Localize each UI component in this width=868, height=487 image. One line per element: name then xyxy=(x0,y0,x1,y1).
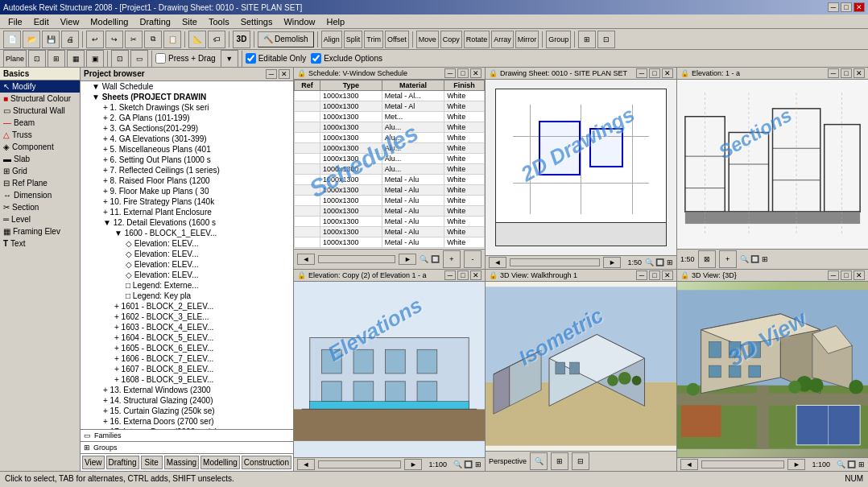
drawing-view-content[interactable]: 2D Drawings xyxy=(486,80,676,255)
pb-tree-item[interactable]: □ Legend: Externe... xyxy=(81,280,293,291)
drawing-close-btn[interactable]: ✕ xyxy=(662,68,673,78)
rotate-button[interactable]: Rotate xyxy=(464,31,490,48)
elev-copy-scrollbar[interactable] xyxy=(318,460,401,468)
menu-modelling[interactable]: Modelling xyxy=(85,16,133,27)
menu-tools[interactable]: Tools xyxy=(204,16,234,27)
pb-tree-item[interactable]: + 2. GA Plans (101-199) xyxy=(81,113,293,123)
schedule-scroll-right[interactable]: ► xyxy=(399,254,416,265)
elev-a-zoom-fit[interactable]: ⊠ xyxy=(698,250,716,268)
plane-icon-btn[interactable]: ⊡ xyxy=(28,50,46,68)
elev-a-close-btn[interactable]: ✕ xyxy=(854,68,865,78)
demolish-button[interactable]: 🔨 Demolish xyxy=(258,31,314,47)
drawing-restore-btn[interactable]: □ xyxy=(649,68,660,78)
pb-tree-item[interactable]: + 11. External Plant Enclosure xyxy=(81,207,293,217)
3d-scroll-left[interactable]: ◄ xyxy=(680,459,698,470)
print-button[interactable]: 🖨 xyxy=(61,31,79,48)
maximize-button[interactable]: □ xyxy=(841,2,852,12)
menu-settings[interactable]: Settings xyxy=(236,16,278,27)
schedule-scroll-left[interactable]: ◄ xyxy=(297,254,315,265)
project-browser-content[interactable]: ▼ Wall Schedule ▼ Sheets (PROJECT DRAWIN… xyxy=(81,81,293,429)
elev-copy-restore-btn[interactable]: □ xyxy=(457,270,469,280)
pb-tree-item[interactable]: + 6. Setting Out Plans (1000 s xyxy=(81,155,293,165)
pb-close-btn[interactable]: ✕ xyxy=(279,69,290,79)
drawing-scroll-left[interactable]: ◄ xyxy=(489,257,506,268)
3d-view-content[interactable]: 3D View xyxy=(677,282,868,457)
more-tools-btn2[interactable]: ⊡ xyxy=(597,31,615,48)
walkthrough-nav-btn3[interactable]: ⊟ xyxy=(572,452,589,470)
sidebar-item-dimension[interactable]: ↔ Dimension xyxy=(0,189,80,201)
walkthrough-min-btn[interactable]: ─ xyxy=(636,270,647,280)
menu-file[interactable]: File xyxy=(3,16,27,27)
pb-tree-item[interactable]: + 9. Floor Make up Plans ( 30 xyxy=(81,186,293,196)
pb-tree-item[interactable]: □ Legend: Key pla xyxy=(81,291,293,301)
elev-copy-min-btn[interactable]: ─ xyxy=(444,270,456,280)
3d-scrollbar[interactable] xyxy=(701,460,784,468)
pb-tree-item[interactable]: ▼ 1600 - BLOCK_1_ELEV... xyxy=(81,228,293,238)
walkthrough-nav-btn2[interactable]: ⊞ xyxy=(551,452,568,470)
3d-restore-btn[interactable]: □ xyxy=(841,270,852,280)
pb-tree-item[interactable]: + 16. Externa Doors (2700 ser) xyxy=(81,416,293,427)
pb-tree-item[interactable]: + 14. Structural Glazing (2400) xyxy=(81,395,293,406)
elevation-a-view-content[interactable]: Sections xyxy=(677,80,868,249)
cut-button[interactable]: ✂ xyxy=(125,31,143,48)
pb-tree-item[interactable]: + 1606 - BLOCK_7_ELEV... xyxy=(81,353,293,364)
3d-view-button[interactable]: 3D xyxy=(233,31,250,48)
sidebar-item-truss[interactable]: △ Truss xyxy=(0,129,80,141)
schedule-view-content[interactable]: Ref Type Material Finish 1000x1300Metal … xyxy=(294,80,485,249)
save-button[interactable]: 💾 xyxy=(42,31,60,48)
open-button[interactable]: 📂 xyxy=(23,31,40,48)
plane-icon-btn2[interactable]: ⊞ xyxy=(48,50,65,68)
sidebar-item-component[interactable]: ◈ Component xyxy=(0,141,80,153)
sidebar-item-structural-wall[interactable]: ▭ Structural Wall xyxy=(0,105,80,117)
redo-button[interactable]: ↪ xyxy=(105,31,123,48)
sidebar-item-section[interactable]: ✂ Section xyxy=(0,201,80,213)
measure-button[interactable]: 📐 xyxy=(188,31,206,48)
elev-a-min-btn[interactable]: ─ xyxy=(828,68,839,78)
pb-tree-item[interactable]: + 1603 - BLOCK_4_ELEV... xyxy=(81,322,293,332)
pb-tree-item[interactable]: + 1604 - BLOCK_5_ELEV... xyxy=(81,332,293,343)
pb-tree-item[interactable]: ▼ 12. Detail Elevations (1600 s xyxy=(81,217,293,228)
plane-icon-btn3[interactable]: ▦ xyxy=(67,50,85,68)
schedule-zoom-in[interactable]: + xyxy=(443,250,461,268)
copy-tool-button[interactable]: ⧉ xyxy=(144,31,162,48)
sidebar-item-level[interactable]: ═ Level xyxy=(0,213,80,225)
pb-site-btn[interactable]: Site xyxy=(141,456,163,469)
split-button[interactable]: Split xyxy=(344,31,363,48)
menu-site[interactable]: Site xyxy=(177,16,202,27)
sidebar-item-framing-elev[interactable]: ▦ Framing Elev xyxy=(0,225,80,237)
pb-modelling-btn[interactable]: Modelling xyxy=(200,456,240,469)
align-button[interactable]: Align xyxy=(321,31,342,48)
view-range-btn[interactable]: ⊡ xyxy=(111,50,129,68)
more-tools-btn1[interactable]: ⊞ xyxy=(578,31,596,48)
pb-drafting-btn[interactable]: Drafting xyxy=(106,456,139,469)
pb-tree-item[interactable]: + 8. Raised Floor Plans (1200 xyxy=(81,175,293,186)
pb-tree-item[interactable]: ◇ Elevation: ELEV... xyxy=(81,249,293,259)
trim-button[interactable]: Trim xyxy=(364,31,383,48)
pb-tree-item[interactable]: + 1601 - BLOCK_2_ELEV... xyxy=(81,301,293,312)
pb-view-btn[interactable]: View xyxy=(82,456,105,469)
pb-tree-item[interactable]: + 13. External Windows (2300 xyxy=(81,385,293,395)
close-button[interactable]: ✕ xyxy=(854,2,865,12)
filter-btn[interactable]: ▼ xyxy=(221,50,238,68)
sidebar-item-slab[interactable]: ▬ Slab xyxy=(0,153,80,165)
schedule-restore-btn[interactable]: □ xyxy=(457,68,469,78)
menu-view[interactable]: View xyxy=(56,16,85,27)
elev-a-zoom-in[interactable]: + xyxy=(719,250,737,268)
elevation-copy-view-content[interactable]: Elevations xyxy=(294,282,485,457)
exclude-options-checkbox[interactable] xyxy=(311,53,321,64)
pb-tree-item[interactable]: + 1607 - BLOCK_8_ELEV... xyxy=(81,364,293,374)
schedule-min-btn[interactable]: ─ xyxy=(444,68,456,78)
elev-copy-scroll-left[interactable]: ◄ xyxy=(297,459,315,470)
pb-tree-item[interactable]: + 1602 - BLOCK_3_ELE... xyxy=(81,312,293,322)
3d-min-btn[interactable]: ─ xyxy=(828,270,839,280)
elev-a-restore-btn[interactable]: □ xyxy=(841,68,852,78)
sidebar-item-beam[interactable]: — Beam xyxy=(0,117,80,129)
3d-close-btn[interactable]: ✕ xyxy=(854,270,865,280)
sidebar-item-modify[interactable]: ↖ Modify xyxy=(0,80,80,93)
menu-drafting[interactable]: Drafting xyxy=(134,16,176,27)
pb-tree-item[interactable]: + 10. Fire Strategy Plans (140k xyxy=(81,196,293,207)
pb-tree-item[interactable]: ◇ Elevation: ELEV... xyxy=(81,270,293,280)
plane-button[interactable]: Plane xyxy=(3,50,27,68)
drawing-scrollbar[interactable] xyxy=(510,258,600,266)
pb-tree-item[interactable]: + 1605 - BLOCK_6_ELEV... xyxy=(81,343,293,353)
